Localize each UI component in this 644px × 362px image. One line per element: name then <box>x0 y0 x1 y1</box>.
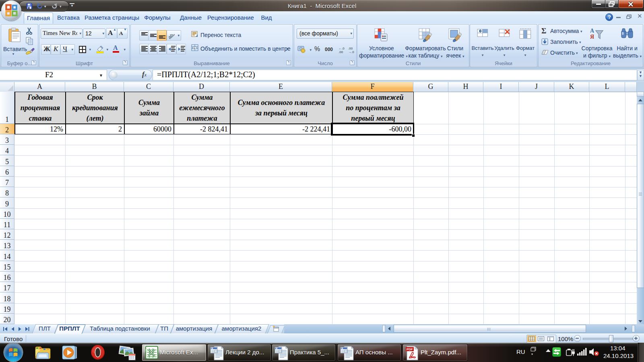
svg-text:ab: ab <box>168 33 175 39</box>
svg-text:→.0: →.0 <box>348 50 354 53</box>
svg-text:Я: Я <box>590 34 594 40</box>
svg-text:А: А <box>590 28 594 34</box>
svg-text:.00: .00 <box>339 50 343 53</box>
svg-text:.00: .00 <box>348 47 353 50</box>
svg-text:←.0: ←.0 <box>339 47 345 50</box>
svg-text:PDF: PDF <box>407 348 413 351</box>
